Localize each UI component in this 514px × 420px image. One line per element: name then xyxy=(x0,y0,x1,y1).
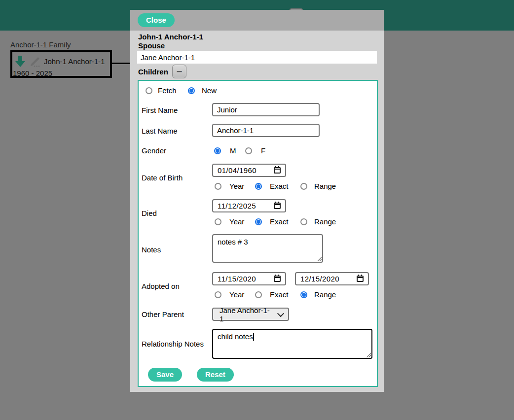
adopted-exact-radio[interactable] xyxy=(255,291,262,298)
died-range-label[interactable]: Range xyxy=(314,217,336,226)
birth-date-label: Date of Birth xyxy=(142,173,183,182)
died-exact-radio[interactable] xyxy=(255,218,262,225)
calendar-icon[interactable] xyxy=(274,203,281,209)
other-parent-value: Jane Anchor-1-1 xyxy=(220,306,272,323)
family-title: Anchor-1-1 Family xyxy=(10,40,71,49)
children-label: Children xyxy=(138,67,168,77)
mode-new-radio[interactable] xyxy=(188,87,195,94)
chevron-down-icon xyxy=(277,310,284,317)
edit-child-modal: Close John-1 Anchor-1-1 Spouse Children … xyxy=(130,10,384,392)
adopted-start-date-value: 11/15/2020 xyxy=(218,275,256,283)
adopted-end-date-value: 12/15/2020 xyxy=(300,275,339,283)
resize-handle[interactable] xyxy=(316,256,322,261)
birth-range-radio[interactable] xyxy=(300,183,307,190)
remove-child-button[interactable]: − xyxy=(172,65,186,78)
other-parent-select[interactable]: Jane Anchor-1-1 xyxy=(212,308,289,321)
gender-f-radio[interactable] xyxy=(245,147,252,154)
person-card[interactable]: John-1 Anchor-1-1 1960 - 2025 xyxy=(10,50,112,78)
other-parent-label: Other Parent xyxy=(142,310,184,319)
died-range-radio[interactable] xyxy=(300,218,307,225)
died-date-value: 11/12/2025 xyxy=(218,202,256,210)
tree-connector-line xyxy=(112,63,130,64)
adopted-label: Adopted on xyxy=(142,281,180,291)
died-date-input[interactable]: 11/12/2025 xyxy=(212,199,286,212)
mode-new-label[interactable]: New xyxy=(202,86,217,95)
spouse-label: Spouse xyxy=(138,41,165,50)
calendar-icon[interactable] xyxy=(274,167,281,174)
died-exact-label[interactable]: Exact xyxy=(270,217,289,226)
notes-label: Notes xyxy=(142,245,161,254)
birth-range-label[interactable]: Range xyxy=(314,181,336,191)
died-year-radio[interactable] xyxy=(215,218,221,225)
person-lifespan: 1960 - 2025 xyxy=(13,69,52,78)
gender-m-radio[interactable] xyxy=(214,147,221,154)
adopted-range-radio[interactable] xyxy=(300,291,307,298)
calendar-icon[interactable] xyxy=(357,276,364,282)
save-button[interactable]: Save xyxy=(148,368,182,382)
first-name-label: First Name xyxy=(142,105,178,115)
birth-date-value: 01/04/1960 xyxy=(218,166,257,175)
relationship-notes-textarea[interactable]: child notes xyxy=(212,329,372,359)
spouse-input[interactable] xyxy=(137,51,377,64)
notes-textarea[interactable]: notes # 3 xyxy=(212,234,323,263)
died-year-label[interactable]: Year xyxy=(229,217,244,226)
modal-title: John-1 Anchor-1-1 xyxy=(138,33,203,41)
relationship-notes-value: child notes xyxy=(218,332,253,341)
birth-year-label[interactable]: Year xyxy=(229,181,244,191)
text-caret xyxy=(253,333,254,341)
edit-pencil-icon[interactable] xyxy=(29,56,43,68)
adopted-start-date-input[interactable]: 11/15/2020 xyxy=(212,272,286,285)
child-form-fieldset: Fetch New First Name Last Name Gender M … xyxy=(138,80,378,387)
person-name: John-1 Anchor-1-1 xyxy=(44,57,105,66)
mode-fetch-label[interactable]: Fetch xyxy=(158,86,177,95)
adopted-year-radio[interactable] xyxy=(215,291,221,298)
died-date-label: Died xyxy=(142,209,157,218)
adopted-end-date-input[interactable]: 12/15/2020 xyxy=(295,272,369,285)
close-button[interactable]: Close xyxy=(138,13,175,27)
calendar-icon[interactable] xyxy=(274,276,281,282)
adopted-year-label[interactable]: Year xyxy=(229,290,244,299)
notes-value: notes # 3 xyxy=(218,238,248,246)
birth-exact-radio[interactable] xyxy=(255,183,262,190)
gender-f-label[interactable]: F xyxy=(261,146,265,155)
adopted-exact-label[interactable]: Exact xyxy=(270,290,289,299)
last-name-input[interactable] xyxy=(212,124,320,137)
relationship-notes-label: Relationship Notes xyxy=(142,339,204,349)
gender-m-label[interactable]: M xyxy=(230,146,236,155)
birth-year-radio[interactable] xyxy=(215,183,221,190)
adopted-range-label[interactable]: Range xyxy=(314,290,336,299)
reset-button[interactable]: Reset xyxy=(197,368,234,382)
gender-label: Gender xyxy=(142,146,166,155)
first-name-input[interactable] xyxy=(212,103,320,116)
last-name-label: Last Name xyxy=(142,126,178,136)
mode-fetch-radio[interactable] xyxy=(146,87,152,94)
birth-date-input[interactable]: 01/04/1960 xyxy=(212,164,286,177)
birth-exact-label[interactable]: Exact xyxy=(270,181,289,191)
resize-handle[interactable] xyxy=(366,352,371,357)
down-arrow-icon[interactable] xyxy=(14,55,26,68)
